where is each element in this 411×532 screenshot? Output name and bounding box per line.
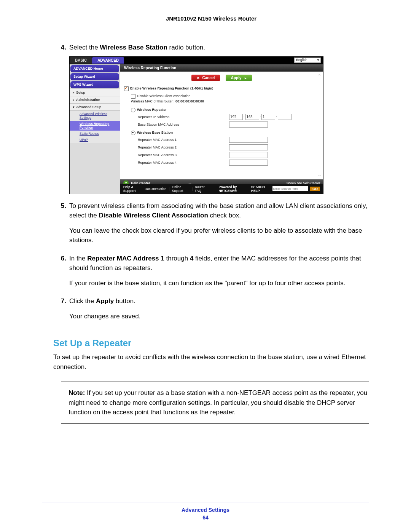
base-station-mac-input[interactable] <box>229 121 268 128</box>
router-mac-value: 00:00:00:00:00:00 <box>175 99 204 103</box>
sidebar-item-wireless-repeating[interactable]: Wireless Repeating Function <box>70 121 120 131</box>
repeater-mac-2-input[interactable] <box>229 144 268 150</box>
sidebar-advanced-setup[interactable]: ▾Advanced Setup <box>70 104 120 111</box>
ip-octet-3[interactable]: 1 <box>261 114 275 120</box>
sidebar-advanced-home[interactable]: ADVANCED Home <box>70 65 119 72</box>
repeater-ip-label: Repeater IP Address <box>124 115 206 119</box>
repeater-mac-4-label: Repeater MAC Address 4 <box>124 161 206 165</box>
support-footer: Help & Support Documentation| Online Sup… <box>120 184 323 194</box>
page-footer: Advanced Settings 64 <box>42 503 369 521</box>
button-row: Cancel Apply <box>120 72 323 84</box>
repeater-mac-4-input[interactable] <box>229 160 268 166</box>
content-area: Wireless Repeating Function ︿ Cancel App… <box>120 64 323 194</box>
triangle-right-icon: ▸ <box>73 91 75 94</box>
disable-client-assoc-label: Disable Wireless Client Association <box>137 94 191 98</box>
scroll-up-icon[interactable]: ︿ <box>318 72 323 77</box>
search-help-label: SEARCH HELP <box>251 185 270 193</box>
footer-page-number: 64 <box>42 514 369 521</box>
ip-octet-1[interactable]: 192 <box>229 114 243 120</box>
online-support-link[interactable]: Online Support <box>172 185 190 193</box>
tab-advanced[interactable]: ADVANCED <box>92 57 124 64</box>
repeater-mac-3-label: Repeater MAC Address 3 <box>124 153 206 157</box>
wireless-base-station-radio[interactable] <box>131 131 135 135</box>
tab-bar: BASIC ADVANCED English <box>70 57 323 64</box>
ip-octet-2[interactable]: 168 <box>245 114 259 120</box>
apply-button[interactable]: Apply <box>226 75 252 81</box>
panel-title: Wireless Repeating Function <box>120 64 323 72</box>
section-intro: To set up the repeater to avoid conflict… <box>53 352 369 372</box>
disable-client-assoc-checkbox[interactable] <box>131 94 135 99</box>
ip-octet-4[interactable] <box>278 114 292 120</box>
cancel-button[interactable]: Cancel <box>191 75 220 81</box>
enable-repeating-label: Enable Wireless Repeating Function (2.4G… <box>130 86 213 90</box>
language-select[interactable]: English <box>294 58 321 63</box>
powered-by-label: Powered by NETGEAR® <box>218 185 249 193</box>
footer-title: Advanced Settings <box>42 507 369 513</box>
base-station-mac-label: Base Station MAC Address <box>124 123 206 126</box>
search-help-input[interactable]: Enter Search Item <box>272 186 308 191</box>
router-faq-link[interactable]: Router FAQ <box>195 185 209 193</box>
sidebar: ADVANCED Home Setup Wizard WPS Wizard ▸S… <box>70 64 120 194</box>
sidebar-item-advanced-wireless[interactable]: Advanced Wireless Settings <box>70 111 120 121</box>
step-6: 6. In the Repeater MAC Address 1 through… <box>53 254 369 294</box>
wireless-repeater-radio[interactable] <box>131 108 135 112</box>
repeater-mac-1-label: Repeater MAC Address 1 <box>124 138 206 142</box>
enable-repeating-checkbox[interactable] <box>124 86 129 91</box>
search-go-button[interactable]: GO <box>310 187 320 191</box>
sidebar-item-upnp[interactable]: UPnP <box>70 137 120 143</box>
sidebar-wps-wizard[interactable]: WPS Wizard <box>70 81 119 88</box>
step-7: 7. Click the Apply button. Your changes … <box>53 296 369 326</box>
triangle-right-icon: ▸ <box>73 98 75 102</box>
section-heading: Set Up a Repeater <box>53 338 369 348</box>
step-4: 4. Select the Wireless Base Station radi… <box>53 43 369 53</box>
repeater-ip-input: 192. 168. 1. <box>229 114 292 120</box>
sidebar-administration[interactable]: ▸Administration <box>70 96 120 104</box>
wireless-repeater-label: Wireless Repeater <box>137 108 167 112</box>
triangle-down-icon: ▾ <box>73 105 75 109</box>
sidebar-setup-wizard[interactable]: Setup Wizard <box>70 73 119 80</box>
help-support-label: Help & Support <box>123 185 142 193</box>
router-admin-screenshot: BASIC ADVANCED English ADVANCED Home Set… <box>69 56 323 194</box>
wireless-base-station-label: Wireless Base Station <box>137 131 173 134</box>
step-5: 5. To prevent wireless clients from asso… <box>53 201 369 251</box>
sidebar-setup[interactable]: ▸Setup <box>70 89 120 96</box>
tab-basic[interactable]: BASIC <box>70 57 92 64</box>
note-block: Note: If you set up your router as a bas… <box>61 382 369 424</box>
scroll-down-icon[interactable]: ﹀ <box>318 174 323 179</box>
documentation-link[interactable]: Documentation <box>145 187 166 191</box>
repeater-mac-1-input[interactable] <box>229 137 268 143</box>
repeater-mac-2-label: Repeater MAC Address 2 <box>124 145 206 149</box>
doc-title: JNR1010v2 N150 Wireless Router <box>53 15 369 22</box>
repeater-mac-3-input[interactable] <box>229 152 268 158</box>
sidebar-item-static-routes[interactable]: Static Routes <box>70 131 120 137</box>
